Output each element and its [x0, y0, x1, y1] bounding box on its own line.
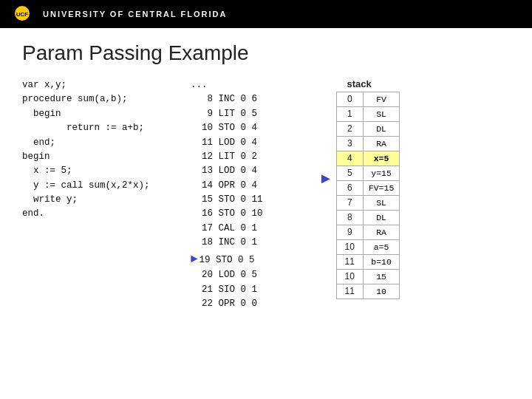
table-row: 10a=5 [336, 240, 400, 255]
stack-value: RA [363, 137, 400, 151]
stack-value: DL [363, 211, 400, 225]
instruction-arrow-icon: ► [191, 250, 198, 269]
stack-index: 10 [336, 270, 363, 284]
stack-value: 15 [363, 270, 400, 284]
table-row: 1SL [336, 107, 400, 122]
stack-value: DL [363, 122, 400, 137]
code-block: var x,y; procedure sum(a,b); begin retur… [22, 78, 177, 392]
stack-index: 1 [336, 107, 363, 122]
stack-index: 6 [336, 181, 363, 196]
page-title: Param Passing Example [22, 41, 510, 65]
stack-value: a=5 [363, 240, 400, 255]
stack-index: 8 [336, 211, 363, 225]
stack-value: RA [363, 225, 400, 240]
table-row: 2DL [336, 122, 400, 137]
instructions-block: ... 8 INC 0 6 9 LIT 0 5 10 STO 0 4 11 LO… [191, 78, 305, 392]
stack-value: FV=15 [363, 181, 400, 196]
stack-value: FV [363, 92, 400, 107]
table-row: 3RA [336, 137, 400, 151]
stack-value: b=10 [363, 255, 400, 270]
stack-arrow-container: ► 0FV1SL2DL3RA4x=55y=156FV=157SL8DL9RA10… [318, 92, 400, 299]
ucf-logo-icon: UCF [9, 4, 35, 24]
stack-index: 3 [336, 137, 363, 151]
table-row: 1110 [336, 284, 400, 299]
stack-index: 11 [336, 284, 363, 299]
table-row: 6FV=15 [336, 181, 400, 196]
stack-value: 10 [363, 284, 400, 299]
stack-value: SL [363, 107, 400, 122]
stack-index: 10 [336, 240, 363, 255]
stack-value: y=15 [363, 166, 400, 181]
svg-text:UCF: UCF [16, 11, 29, 18]
stack-table: 0FV1SL2DL3RA4x=55y=156FV=157SL8DL9RA10a=… [336, 92, 400, 299]
stack-index: 2 [336, 122, 363, 137]
table-row: 11b=10 [336, 255, 400, 270]
stack-index: 9 [336, 225, 363, 240]
stack-index: 11 [336, 255, 363, 270]
stack-pointer-arrow-icon: ► [318, 171, 333, 185]
table-row: 5y=15 [336, 166, 400, 181]
stack-area: stack ► 0FV1SL2DL3RA4x=55y=156FV=157SL8D… [318, 78, 400, 392]
table-row: 7SL [336, 196, 400, 211]
stack-index: 4 [336, 151, 363, 166]
table-row: 8DL [336, 211, 400, 225]
header-title: UNIVERSITY OF CENTRAL FLORIDA [43, 10, 228, 18]
table-row: 9RA [336, 225, 400, 240]
table-row: 4x=5 [336, 151, 400, 166]
stack-arrow-indicator: ► [318, 92, 333, 185]
table-row: 0FV [336, 92, 400, 107]
content-area: var x,y; procedure sum(a,b); begin retur… [22, 78, 510, 392]
stack-index: 7 [336, 196, 363, 211]
stack-index: 5 [336, 166, 363, 181]
main-content: Param Passing Example var x,y; procedure… [0, 28, 532, 399]
stack-index: 0 [336, 92, 363, 107]
stack-label: stack [347, 78, 372, 89]
header-bar: UCF UNIVERSITY OF CENTRAL FLORIDA [0, 0, 532, 28]
table-row: 1015 [336, 270, 400, 284]
stack-value: x=5 [363, 151, 400, 166]
stack-value: SL [363, 196, 400, 211]
